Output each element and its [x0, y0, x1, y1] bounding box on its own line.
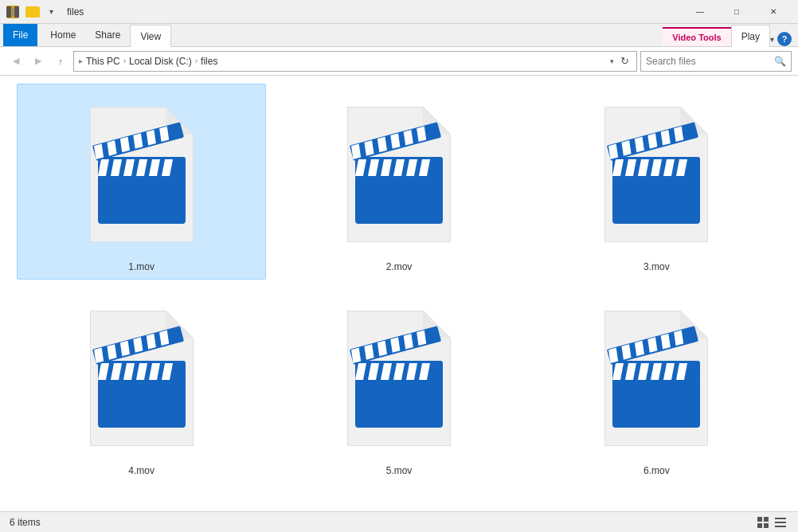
file-name: 1.mov: [128, 261, 155, 272]
svg-rect-39: [612, 174, 700, 224]
item-count: 6 items: [10, 517, 41, 528]
tab-play[interactable]: Play: [731, 25, 770, 47]
maximize-button[interactable]: □: [718, 0, 755, 24]
title-bar: ▾ files — □ ✕: [0, 0, 798, 24]
back-button[interactable]: ◀: [6, 52, 25, 71]
file-icon: [319, 91, 479, 258]
search-icon: 🔍: [774, 56, 786, 67]
file-grid: 1.mov2.mov3.mov4.mov5.mov6.mov: [17, 84, 781, 483]
tab-home[interactable]: Home: [41, 24, 85, 46]
svg-rect-3: [98, 174, 186, 224]
file-item[interactable]: 6.mov: [532, 288, 781, 483]
svg-rect-110: [757, 523, 762, 528]
file-icon: [62, 295, 221, 462]
tab-share[interactable]: Share: [85, 24, 130, 46]
ribbon-expand-icon[interactable]: ▾: [770, 35, 774, 44]
status-bar: 6 items: [0, 511, 798, 532]
file-item[interactable]: 3.mov: [532, 84, 781, 280]
large-icon-view-button[interactable]: [755, 514, 771, 530]
window-title: files: [67, 6, 84, 18]
app-icon: [6, 6, 19, 18]
file-icon: [62, 91, 221, 258]
file-name: 3.mov: [643, 261, 670, 272]
breadcrumb-thispc[interactable]: This PC: [86, 56, 120, 67]
file-name: 2.mov: [386, 261, 413, 272]
close-button[interactable]: ✕: [755, 0, 792, 24]
file-name: 4.mov: [128, 465, 155, 476]
main-content: 1.mov2.mov3.mov4.mov5.mov6.mov: [0, 76, 798, 511]
file-item[interactable]: 5.mov: [274, 288, 523, 483]
folder-quick-icon: [25, 6, 40, 18]
file-item[interactable]: 4.mov: [17, 288, 266, 483]
file-name: 6.mov: [643, 465, 670, 476]
refresh-button[interactable]: ↻: [618, 55, 632, 67]
help-icon[interactable]: ?: [777, 32, 792, 46]
window-controls: — □ ✕: [682, 0, 792, 24]
title-bar-left: ▾ files: [6, 4, 84, 20]
svg-rect-93: [612, 378, 700, 428]
quick-access-dropdown[interactable]: ▾: [43, 4, 59, 20]
file-icon: [577, 295, 736, 462]
svg-rect-109: [764, 517, 769, 522]
svg-rect-57: [98, 378, 186, 428]
ribbon-tabs: File Home Share View Video Tools Play ▾ …: [0, 24, 798, 46]
path-separator-1: ›: [123, 57, 126, 65]
svg-rect-21: [355, 174, 443, 224]
up-button[interactable]: ↑: [51, 52, 70, 71]
svg-rect-113: [775, 522, 786, 523]
address-path-box[interactable]: ▸ This PC › Local Disk (C:) › files ▾ ↻: [73, 51, 637, 72]
path-separator-2: ›: [195, 57, 198, 65]
tab-view[interactable]: View: [130, 25, 171, 47]
tab-video-tools[interactable]: Video Tools: [663, 27, 730, 46]
path-dropdown-button[interactable]: ▾: [608, 57, 616, 65]
search-box[interactable]: 🔍: [640, 51, 792, 72]
svg-rect-111: [764, 523, 769, 528]
breadcrumb-localdisk[interactable]: Local Disk (C:): [129, 56, 192, 67]
svg-rect-112: [775, 518, 786, 519]
file-icon: [577, 91, 736, 258]
minimize-button[interactable]: —: [682, 0, 718, 24]
svg-rect-75: [355, 378, 443, 428]
svg-rect-114: [775, 526, 786, 527]
breadcrumb-icon: ▸: [79, 57, 83, 65]
search-input[interactable]: [646, 56, 771, 67]
forward-button[interactable]: ▶: [29, 52, 48, 71]
file-icon: [319, 295, 479, 462]
file-item[interactable]: 1.mov: [17, 84, 266, 280]
svg-rect-108: [757, 517, 762, 522]
file-item[interactable]: 2.mov: [274, 84, 523, 280]
view-buttons: [755, 514, 788, 530]
address-bar: ◀ ▶ ↑ ▸ This PC › Local Disk (C:) › file…: [0, 47, 798, 76]
breadcrumb-files[interactable]: files: [201, 56, 217, 67]
file-name: 5.mov: [386, 465, 413, 476]
details-view-button[interactable]: [773, 514, 788, 530]
tab-file[interactable]: File: [3, 24, 37, 46]
ribbon: File Home Share View Video Tools Play ▾ …: [0, 24, 798, 47]
